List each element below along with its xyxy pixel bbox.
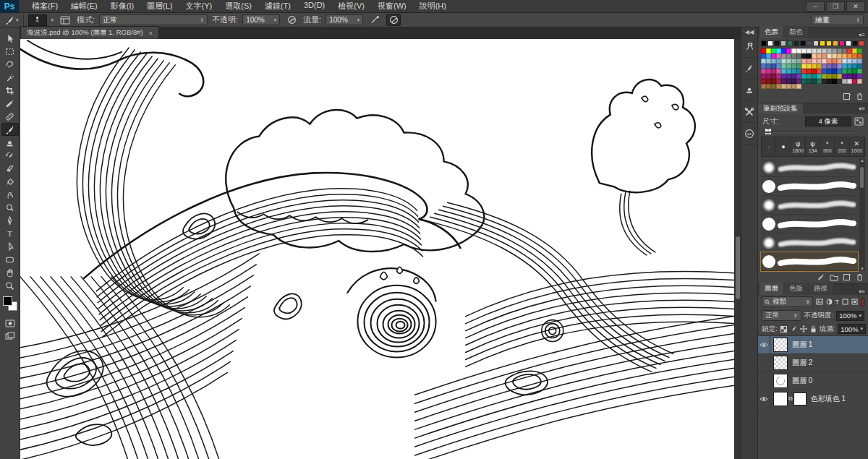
swatch[interactable]	[776, 84, 781, 89]
swatch[interactable]	[781, 48, 786, 53]
swatch[interactable]	[771, 53, 776, 59]
swatch[interactable]	[817, 53, 822, 59]
layer-row-圖層 1[interactable]: 圖層 1	[758, 336, 868, 354]
swatch[interactable]	[827, 53, 832, 59]
quick-mask-button[interactable]	[1, 317, 19, 330]
swatch[interactable]	[781, 53, 786, 59]
hand-tool[interactable]	[1, 266, 19, 279]
swatch[interactable]	[859, 40, 864, 46]
swatch[interactable]	[776, 74, 781, 79]
brush-preset-row[interactable]	[761, 215, 858, 233]
opacity-select[interactable]: 100% ▾	[242, 14, 280, 25]
swatch[interactable]	[796, 74, 801, 79]
swatch[interactable]	[817, 69, 822, 74]
swatch[interactable]	[771, 79, 776, 84]
swatch[interactable]	[761, 79, 766, 84]
swatch[interactable]	[786, 53, 791, 59]
swatch[interactable]	[827, 74, 832, 79]
airbrush-mode-button[interactable]	[367, 14, 382, 26]
swatch[interactable]	[827, 48, 832, 53]
swatch[interactable]	[813, 40, 819, 46]
filter-shape-icon[interactable]	[842, 299, 848, 305]
dodge-tool[interactable]	[1, 201, 19, 214]
filter-type-icon[interactable]: T	[835, 299, 840, 306]
menu-影像[interactable]: 影像(I)	[105, 0, 140, 13]
layer-thumbnail[interactable]	[773, 338, 788, 352]
swatch[interactable]	[766, 64, 771, 69]
swatch[interactable]	[781, 84, 786, 89]
pressure-opacity-button[interactable]	[284, 14, 299, 26]
swatch[interactable]	[822, 79, 827, 84]
foreground-color-swatch[interactable]	[3, 296, 12, 306]
swatch[interactable]	[761, 48, 766, 53]
pen-tool[interactable]	[1, 214, 19, 227]
history-brush-tool[interactable]	[1, 149, 19, 162]
swatch[interactable]	[791, 69, 796, 74]
swatch[interactable]	[766, 84, 771, 89]
tab-brush-presets[interactable]: 筆刷預設集	[758, 103, 803, 114]
swatch[interactable]	[857, 64, 862, 69]
swatch[interactable]	[812, 48, 817, 53]
scrollbar-thumb[interactable]	[860, 167, 864, 187]
brush-size-slider[interactable]	[762, 128, 864, 135]
swatch[interactable]	[812, 74, 817, 79]
swatch[interactable]	[786, 74, 791, 79]
brush-list-scrollbar[interactable]: ▲ ▼	[859, 158, 865, 271]
swatch[interactable]	[766, 74, 771, 79]
swatch[interactable]	[807, 69, 812, 74]
filter-smart-object-icon[interactable]	[851, 299, 858, 305]
swatch[interactable]	[842, 64, 847, 69]
menu-圖層[interactable]: 圖層(L)	[141, 0, 178, 13]
swatch[interactable]	[771, 74, 776, 79]
screen-mode-button[interactable]	[1, 330, 19, 343]
collapse-panels-icon[interactable]: ◀◀	[745, 27, 754, 36]
layer-visibility-toggle[interactable]	[758, 354, 770, 372]
swatch[interactable]	[852, 48, 857, 53]
swatch[interactable]	[832, 69, 837, 74]
menu-編輯[interactable]: 編輯(E)	[65, 0, 103, 13]
swatch[interactable]	[791, 48, 796, 53]
swatch[interactable]	[847, 74, 852, 79]
swatch[interactable]	[801, 69, 807, 74]
layer-thumbnail[interactable]	[773, 356, 788, 370]
swatch[interactable]	[832, 64, 837, 69]
swatch[interactable]	[786, 69, 791, 74]
flow-select[interactable]: 100% ▾	[326, 14, 363, 25]
swatch[interactable]	[847, 59, 852, 64]
swatch[interactable]	[847, 53, 852, 59]
swatch[interactable]	[793, 40, 799, 46]
scroll-up-icon[interactable]: ▲	[859, 158, 865, 163]
swatch[interactable]	[800, 40, 806, 46]
dock-creative-cloud-button[interactable]: cc	[741, 123, 757, 145]
swatch[interactable]	[807, 40, 812, 46]
swatch[interactable]	[817, 74, 822, 79]
menu-檔案[interactable]: 檔案(F)	[26, 0, 64, 13]
swatch[interactable]	[776, 79, 781, 84]
swatch[interactable]	[837, 74, 842, 79]
swatch[interactable]	[812, 53, 817, 59]
mode-select[interactable]: 正常 ⇕	[99, 14, 208, 25]
swatch[interactable]	[776, 53, 781, 59]
filter-toggle[interactable]	[861, 298, 864, 306]
menu-說明[interactable]: 說明(H)	[414, 0, 452, 13]
lock-transparency-icon[interactable]	[780, 326, 787, 333]
swatch[interactable]	[791, 84, 796, 89]
swatch[interactable]	[837, 53, 842, 59]
close-button[interactable]: ✕	[846, 1, 865, 12]
swatch[interactable]	[796, 69, 801, 74]
swatch[interactable]	[801, 79, 807, 84]
swatch[interactable]	[817, 79, 822, 84]
swatch[interactable]	[774, 40, 780, 46]
swatch[interactable]	[776, 69, 781, 74]
swatch[interactable]	[791, 59, 796, 64]
swatch[interactable]	[781, 59, 786, 64]
type-tool[interactable]: T	[1, 227, 19, 240]
swatch[interactable]	[837, 64, 842, 69]
swatch[interactable]	[766, 79, 771, 84]
panel-menu-icon[interactable]: ▾≡	[856, 106, 868, 112]
lock-all-icon[interactable]	[810, 325, 817, 333]
swatch[interactable]	[857, 69, 862, 74]
new-swatch-icon[interactable]	[843, 93, 851, 100]
swatch[interactable]	[781, 64, 786, 69]
swatch[interactable]	[771, 59, 776, 64]
